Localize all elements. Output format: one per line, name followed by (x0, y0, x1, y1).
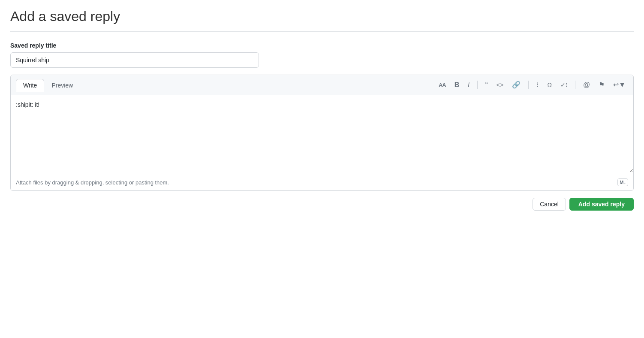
italic-icon: i (468, 81, 469, 88)
page-container: Add a saved reply Saved reply title Writ… (0, 0, 644, 221)
toolbar-sep-3 (575, 81, 575, 89)
unordered-list-icon-btn[interactable]: ⁝ (534, 80, 541, 90)
toolbar-icons: AA B i “ <> 🔗 (436, 79, 628, 91)
editor-footer: Attach files by dragging & dropping, sel… (11, 174, 633, 190)
tabs-group: Write Preview (16, 78, 80, 91)
unordered-list-icon: ⁝ (536, 81, 539, 88)
markdown-badge-text: M↓ (620, 180, 626, 185)
mention-icon: @ (583, 81, 590, 88)
editor-textarea[interactable]: :shipit: it! (11, 95, 633, 172)
task-list-icon: ✓⁝ (560, 82, 567, 88)
ordered-list-icon: Ω (547, 82, 552, 88)
heading-icon-btn[interactable]: AA (436, 81, 448, 90)
add-saved-reply-button[interactable]: Add saved reply (569, 198, 634, 211)
bookmark-icon: ⚑ (599, 81, 605, 88)
cancel-button[interactable]: Cancel (533, 198, 566, 211)
code-icon: <> (497, 82, 503, 88)
title-input[interactable] (10, 52, 259, 68)
toolbar-sep-1 (477, 81, 478, 89)
bookmark-icon-btn[interactable]: ⚑ (596, 80, 607, 90)
reply-icon: ↩▼ (613, 81, 626, 88)
markdown-icon: M↓ (617, 178, 628, 186)
toolbar-sep-2 (528, 81, 529, 89)
title-field-group: Saved reply title (10, 42, 634, 68)
code-icon-btn[interactable]: <> (494, 80, 506, 90)
bold-icon-btn[interactable]: B (452, 80, 462, 90)
actions-row: Cancel Add saved reply (10, 198, 634, 211)
editor-body: :shipit: it! (11, 95, 633, 174)
task-list-icon-btn[interactable]: ✓⁝ (558, 80, 570, 90)
tab-write[interactable]: Write (16, 79, 44, 92)
quote-icon-btn[interactable]: “ (483, 79, 491, 91)
editor-tabs-toolbar: Write Preview AA B i “ <> (11, 75, 633, 95)
page-title: Add a saved reply (10, 9, 634, 24)
reply-icon-btn[interactable]: ↩▼ (611, 80, 628, 90)
ordered-list-icon-btn[interactable]: Ω (545, 80, 554, 90)
title-field-label: Saved reply title (10, 42, 634, 49)
attach-text: Attach files by dragging & dropping, sel… (16, 179, 169, 186)
link-icon-btn[interactable]: 🔗 (509, 80, 523, 90)
quote-icon: “ (485, 81, 488, 89)
editor-section: Write Preview AA B i “ <> (10, 75, 634, 191)
italic-icon-btn[interactable]: i (465, 80, 472, 90)
link-icon: 🔗 (512, 81, 521, 88)
mention-icon-btn[interactable]: @ (581, 80, 593, 90)
tab-preview[interactable]: Preview (44, 79, 80, 92)
bold-icon: B (454, 81, 460, 88)
title-divider (10, 31, 634, 32)
heading-icon: AA (439, 82, 446, 88)
